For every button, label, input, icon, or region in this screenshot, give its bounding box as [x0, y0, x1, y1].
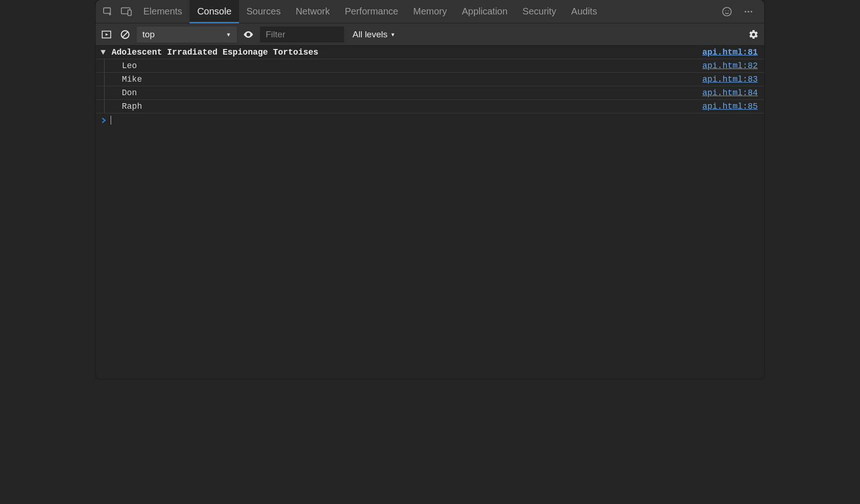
tab-memory[interactable]: Memory	[406, 0, 454, 23]
svg-marker-10	[106, 33, 108, 36]
svg-point-4	[725, 10, 726, 11]
tab-label: Network	[296, 6, 330, 17]
source-link[interactable]: api.html:81	[702, 48, 758, 57]
tab-label: Security	[522, 6, 556, 17]
console-log-row: Mike api.html:83	[96, 73, 764, 86]
tab-label: Console	[197, 6, 231, 17]
tab-label: Application	[462, 6, 508, 17]
toggle-sidebar-icon[interactable]	[99, 28, 113, 42]
indent-guide	[104, 100, 113, 113]
console-prompt[interactable]	[96, 113, 764, 127]
log-message: Don	[113, 88, 702, 98]
log-levels-selector[interactable]: All levels ▼	[349, 29, 399, 40]
svg-rect-2	[128, 10, 131, 15]
inspect-element-icon[interactable]	[99, 3, 116, 20]
svg-line-12	[123, 32, 128, 37]
disclosure-triangle-icon[interactable]: ▼	[99, 49, 107, 56]
tab-application[interactable]: Application	[454, 0, 515, 23]
svg-point-8	[751, 11, 753, 13]
indent-guide	[104, 59, 113, 72]
console-output: ▼ Adolescent Irradiated Espionage Tortoi…	[96, 46, 764, 379]
devtools-window: Elements Console Sources Network Perform…	[96, 0, 764, 379]
tab-console[interactable]: Console	[190, 0, 239, 23]
chevron-down-icon: ▼	[390, 32, 395, 37]
console-log-row: Don api.html:84	[96, 86, 764, 100]
tab-security[interactable]: Security	[515, 0, 564, 23]
prompt-chevron-icon	[99, 118, 108, 123]
source-link[interactable]: api.html:84	[702, 88, 758, 98]
tabbar: Elements Console Sources Network Perform…	[96, 0, 764, 23]
log-message: Leo	[113, 61, 702, 70]
tab-network[interactable]: Network	[288, 0, 337, 23]
source-link[interactable]: api.html:83	[702, 75, 758, 84]
tab-performance[interactable]: Performance	[338, 0, 406, 23]
clear-console-icon[interactable]	[118, 28, 132, 42]
tab-label: Performance	[345, 6, 399, 17]
svg-point-3	[723, 7, 731, 15]
group-label: Adolescent Irradiated Espionage Tortoise…	[109, 48, 702, 57]
log-message: Mike	[113, 75, 702, 84]
tab-label: Sources	[247, 6, 281, 17]
tab-audits[interactable]: Audits	[564, 0, 605, 23]
tab-elements[interactable]: Elements	[136, 0, 190, 23]
source-link[interactable]: api.html:85	[702, 102, 758, 111]
live-expression-icon[interactable]	[241, 28, 255, 42]
chevron-down-icon: ▼	[226, 32, 231, 37]
tab-sources[interactable]: Sources	[239, 0, 288, 23]
tab-label: Memory	[413, 6, 447, 17]
svg-point-5	[728, 10, 729, 11]
filter-input[interactable]	[260, 27, 344, 42]
console-toolbar: top ▼ All levels ▼	[96, 23, 764, 46]
tab-label: Audits	[571, 6, 597, 17]
context-label: top	[142, 29, 155, 40]
context-selector[interactable]: top ▼	[137, 27, 237, 42]
indent-guide	[104, 73, 113, 86]
console-log-row: Leo api.html:82	[96, 59, 764, 73]
svg-point-6	[745, 11, 747, 13]
svg-rect-0	[104, 7, 111, 13]
tab-label: Elements	[143, 6, 182, 17]
console-group-header[interactable]: ▼ Adolescent Irradiated Espionage Tortoi…	[96, 46, 764, 59]
indent-guide	[104, 86, 113, 99]
more-icon[interactable]	[740, 3, 757, 20]
source-link[interactable]: api.html:82	[702, 61, 758, 70]
svg-point-7	[747, 11, 749, 13]
smiley-icon[interactable]	[719, 3, 735, 20]
levels-label: All levels	[352, 29, 388, 40]
log-message: Raph	[113, 102, 702, 111]
gear-icon[interactable]	[747, 28, 761, 42]
svg-point-13	[247, 34, 249, 35]
console-log-row: Raph api.html:85	[96, 100, 764, 113]
text-cursor	[111, 116, 111, 125]
device-toolbar-icon[interactable]	[118, 3, 135, 20]
